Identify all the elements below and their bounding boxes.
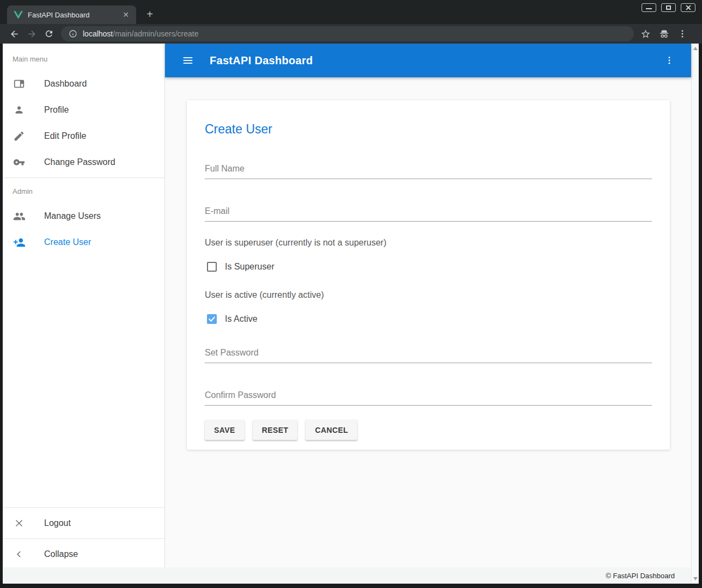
sidebar-divider: [3, 177, 164, 178]
app-bar: FastAPI Dashboard: [165, 44, 691, 77]
sidebar-item-label: Edit Profile: [44, 131, 86, 141]
address-bar[interactable]: localhost/main/admin/users/create: [61, 26, 634, 41]
sidebar-divider: [3, 538, 164, 539]
browser-tabstrip: FastAPI Dashboard ✕ +: [0, 0, 702, 24]
sidebar-item-edit-profile[interactable]: Edit Profile: [3, 123, 164, 149]
set-password-field: [205, 346, 652, 363]
sidebar-item-label: Logout: [44, 518, 71, 528]
back-button[interactable]: [5, 26, 23, 42]
email-input[interactable]: [205, 204, 652, 222]
main-area: FastAPI Dashboard Create User User is su…: [165, 44, 691, 567]
app-menu-kebab-icon[interactable]: [660, 51, 679, 70]
window-maximize-button[interactable]: [661, 3, 676, 12]
form-actions: SAVE RESET CANCEL: [205, 420, 652, 440]
create-user-card: Create User User is superuser (currently…: [187, 100, 670, 450]
sidebar-item-label: Manage Users: [44, 211, 101, 221]
page-info-icon[interactable]: [69, 29, 77, 38]
browser-menu-kebab-icon[interactable]: [677, 29, 687, 39]
tab-close-icon[interactable]: ✕: [121, 10, 131, 20]
scroll-down-arrow-icon[interactable]: [693, 577, 698, 580]
sidebar-item-create-user[interactable]: Create User: [3, 229, 164, 255]
scroll-up-arrow-icon[interactable]: [693, 47, 698, 50]
reset-button[interactable]: RESET: [253, 420, 298, 440]
app-title: FastAPI Dashboard: [210, 54, 313, 67]
incognito-icon: [658, 29, 670, 39]
sidebar-section-header-main-menu: Main menu: [3, 48, 164, 71]
sidebar-spacer: [3, 255, 164, 505]
sidebar-item-label: Dashboard: [44, 79, 87, 89]
url-path: /main/admin/users/create: [113, 29, 198, 38]
is-active-checkbox-row[interactable]: Is Active: [205, 314, 652, 324]
sidebar-item-change-password[interactable]: Change Password: [3, 149, 164, 175]
reload-button[interactable]: [40, 26, 58, 42]
sidebar-item-label: Change Password: [44, 157, 115, 167]
sidebar-item-logout[interactable]: Logout: [3, 510, 164, 536]
cancel-button[interactable]: CANCEL: [306, 420, 357, 440]
form-title: Create User: [205, 122, 652, 137]
active-hint: User is active (currently active): [205, 290, 652, 300]
is-superuser-label: Is Superuser: [225, 262, 274, 272]
close-icon: [13, 517, 26, 530]
save-button[interactable]: SAVE: [205, 420, 245, 440]
people-icon: [13, 210, 26, 223]
pencil-icon: [13, 130, 26, 143]
is-superuser-checkbox[interactable]: [207, 262, 217, 272]
is-active-checkbox[interactable]: [207, 314, 217, 324]
sidebar-item-dashboard[interactable]: Dashboard: [3, 71, 164, 97]
superuser-hint: User is superuser (currently is not a su…: [205, 238, 652, 248]
tab-title: FastAPI Dashboard: [28, 11, 121, 19]
copyright-text: © FastAPI Dashboard: [606, 572, 675, 580]
full-name-field: [205, 162, 652, 179]
sidebar-section-header-admin: Admin: [3, 180, 164, 203]
sidebar-item-profile[interactable]: Profile: [3, 97, 164, 123]
chevron-left-icon: [13, 548, 26, 561]
new-tab-button[interactable]: +: [143, 8, 157, 22]
sidebar-item-manage-users[interactable]: Manage Users: [3, 203, 164, 229]
confirm-password-input[interactable]: [205, 388, 652, 406]
vue-logo-icon: [14, 11, 23, 19]
person-icon: [13, 103, 26, 117]
confirm-password-field: [205, 388, 652, 406]
sidebar-divider: [3, 507, 164, 508]
key-icon: [13, 156, 26, 169]
set-password-input[interactable]: [205, 346, 652, 363]
hamburger-menu-icon[interactable]: [178, 51, 198, 70]
window-close-button[interactable]: [681, 3, 695, 12]
person-add-icon: [13, 236, 26, 249]
vertical-scrollbar[interactable]: [691, 44, 699, 584]
bookmark-star-icon[interactable]: [640, 29, 651, 39]
is-active-label: Is Active: [225, 314, 258, 324]
sidebar-item-label: Collapse: [44, 549, 78, 559]
page-viewport: Main menu Dashboard Profile Edit Profile: [3, 44, 699, 584]
full-name-input[interactable]: [205, 162, 652, 179]
sidebar: Main menu Dashboard Profile Edit Profile: [3, 44, 165, 567]
browser-tab[interactable]: FastAPI Dashboard ✕: [7, 5, 136, 24]
page-footer: © FastAPI Dashboard: [3, 567, 691, 584]
url-host: localhost: [83, 29, 113, 38]
email-field: [205, 204, 652, 222]
forward-button[interactable]: [23, 26, 40, 42]
window-minimize-button[interactable]: [642, 3, 656, 12]
sidebar-item-label: Create User: [44, 237, 91, 247]
dashboard-icon: [13, 77, 26, 90]
sidebar-item-collapse[interactable]: Collapse: [3, 541, 164, 567]
browser-toolbar: localhost/main/admin/users/create: [0, 24, 702, 44]
url-text: localhost/main/admin/users/create: [83, 29, 198, 38]
is-superuser-checkbox-row[interactable]: Is Superuser: [205, 262, 652, 272]
sidebar-item-label: Profile: [44, 105, 69, 115]
